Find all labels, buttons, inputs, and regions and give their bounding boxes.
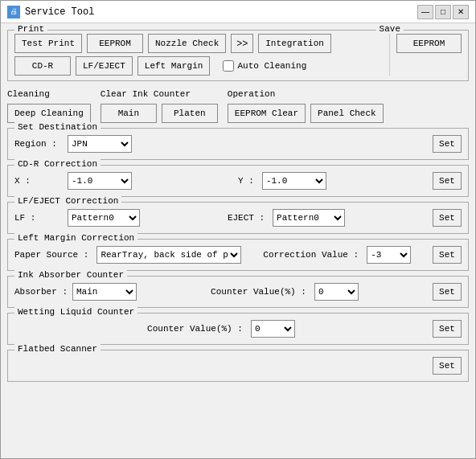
wetting-counter-select[interactable]: 01050100	[251, 320, 295, 338]
main-content: Print Save Test Print EEPROM Nozzle Chec…	[1, 23, 475, 458]
operation-header: Operation	[228, 89, 384, 99]
print-label: Print	[14, 24, 47, 34]
ink-counter-select[interactable]: 01050100	[314, 283, 359, 301]
arrow-button[interactable]: >>	[231, 34, 253, 53]
print-section: Test Print EEPROM Nozzle Check >> Integr…	[14, 34, 383, 76]
close-button[interactable]: ✕	[453, 5, 469, 19]
cdr-set-button[interactable]: Set	[433, 172, 462, 190]
save-label: Save	[376, 24, 404, 34]
wetting-liquid-group: Wetting Liquid Counter Counter Value(%) …	[7, 313, 469, 345]
clear-ink-header: Clear Ink Counter	[101, 89, 218, 99]
ink-counter-label: Counter Value(%) :	[211, 287, 306, 297]
y-select[interactable]: -1.00.01.0	[262, 172, 326, 190]
left-margin-group: Left Margin Correction Paper Source : Re…	[7, 239, 469, 271]
lf-label: LF :	[14, 213, 63, 223]
y-label: Y :	[238, 176, 254, 186]
left-margin-set-button[interactable]: Set	[433, 246, 462, 264]
print-row1: Test Print EEPROM Nozzle Check >> Integr…	[14, 34, 383, 53]
lf-eject-group: LF/EJECT Correction LF : Pattern0Pattern…	[7, 202, 469, 234]
main-clear-button[interactable]: Main	[101, 104, 157, 123]
wetting-liquid-label: Wetting Liquid Counter	[14, 307, 137, 317]
wetting-liquid-row: Counter Value(%) : 01050100 Set	[14, 320, 462, 338]
minimize-button[interactable]: —	[417, 5, 433, 19]
left-margin-row: Paper Source : RearTray, back side of pa…	[14, 246, 462, 264]
paper-source-select[interactable]: RearTray, back side of paperFrontTrayCas…	[96, 246, 241, 264]
lf-eject-row: LF : Pattern0Pattern1Pattern2 EJECT : Pa…	[14, 209, 462, 227]
cd-r-button[interactable]: CD-R	[14, 56, 71, 76]
wetting-set-button[interactable]: Set	[433, 320, 462, 338]
set-destination-label: Set Destination	[14, 122, 101, 132]
platen-clear-button[interactable]: Platen	[162, 104, 218, 123]
set-destination-button[interactable]: Set	[433, 135, 462, 153]
correction-value-select[interactable]: -3-2-101	[367, 246, 411, 264]
flatbed-set-button[interactable]: Set	[433, 357, 462, 375]
eeprom-print-button[interactable]: EEPROM	[87, 34, 143, 53]
flatbed-scanner-label: Flatbed Scanner	[14, 344, 101, 354]
ink-absorber-set-button[interactable]: Set	[433, 283, 462, 301]
window-controls: — □ ✕	[417, 5, 469, 19]
paper-source-label: Paper Source :	[14, 250, 88, 260]
cdr-correction-label: CD-R Correction	[14, 159, 101, 169]
left-margin-button[interactable]: Left Margin	[137, 56, 211, 76]
ink-absorber-group: Ink Absorber Counter Absorber : MainPlat…	[7, 276, 469, 308]
x-select[interactable]: -1.00.01.0	[68, 172, 132, 190]
lf-eject-label: LF/EJECT Correction	[14, 196, 121, 206]
deep-cleaning-button[interactable]: Deep Cleaning	[7, 104, 91, 123]
main-window: 🖨 Service Tool — □ ✕ Print Save Test Pri…	[0, 0, 476, 459]
auto-cleaning-checkbox-row: Auto Cleaning	[223, 60, 306, 72]
window-title: Service Tool	[25, 6, 417, 18]
print-save-group: Print Save Test Print EEPROM Nozzle Chec…	[7, 30, 469, 81]
region-select[interactable]: JPNUSAEUR	[68, 135, 132, 153]
save-section: EEPROM	[389, 34, 462, 76]
set-destination-group: Set Destination Region : JPNUSAEUR Set	[7, 128, 469, 160]
auto-cleaning-checkbox[interactable]	[223, 60, 234, 72]
app-icon: 🖨	[7, 6, 20, 18]
operation-section: Operation EEPROM Clear Panel Check	[228, 89, 384, 123]
nozzle-check-button[interactable]: Nozzle Check	[148, 34, 226, 53]
print-row2: CD-R LF/EJECT Left Margin Auto Cleaning	[14, 56, 383, 76]
ink-absorber-label: Ink Absorber Counter	[14, 270, 127, 280]
maximize-button[interactable]: □	[435, 5, 451, 19]
test-print-button[interactable]: Test Print	[14, 34, 82, 53]
operation-buttons: EEPROM Clear Panel Check	[228, 104, 384, 123]
panel-check-button[interactable]: Panel Check	[310, 104, 384, 123]
eject-select[interactable]: Pattern0Pattern1Pattern2	[273, 209, 345, 227]
absorber-label: Absorber :	[14, 287, 68, 297]
wetting-counter-label: Counter Value(%) :	[147, 324, 243, 334]
x-label: X :	[14, 176, 63, 186]
title-bar: 🖨 Service Tool — □ ✕	[1, 1, 475, 23]
eeprom-save-button[interactable]: EEPROM	[396, 34, 462, 53]
ink-absorber-row: Absorber : MainPlaten Counter Value(%) :…	[14, 283, 462, 301]
flatbed-scanner-group: Flatbed Scanner Set	[7, 350, 469, 382]
cdr-correction-row: X : -1.00.01.0 Y : -1.00.01.0 Set	[14, 172, 462, 190]
lf-select[interactable]: Pattern0Pattern1Pattern2	[68, 209, 140, 227]
clear-ink-buttons: Main Platen	[101, 104, 218, 123]
absorber-select[interactable]: MainPlaten	[72, 283, 137, 301]
clear-ink-section: Clear Ink Counter Main Platen	[101, 89, 218, 123]
cleaning-header: Cleaning	[7, 89, 91, 99]
cleaning-section: Cleaning Deep Cleaning	[7, 89, 91, 123]
eeprom-clear-button[interactable]: EEPROM Clear	[228, 104, 306, 123]
lf-eject-button[interactable]: LF/EJECT	[76, 56, 133, 76]
integration-button[interactable]: Integration	[258, 34, 331, 53]
top-inner: Test Print EEPROM Nozzle Check >> Integr…	[14, 34, 462, 76]
auto-cleaning-label: Auto Cleaning	[237, 61, 306, 71]
left-margin-label: Left Margin Correction	[14, 233, 137, 243]
set-destination-row: Region : JPNUSAEUR Set	[14, 135, 462, 153]
region-label: Region :	[14, 139, 63, 149]
flatbed-scanner-row: Set	[14, 357, 462, 375]
correction-value-label: Correction Value :	[263, 250, 359, 260]
three-sections: Cleaning Deep Cleaning Clear Ink Counter…	[7, 89, 469, 123]
eject-label: EJECT :	[228, 213, 265, 223]
cdr-correction-group: CD-R Correction X : -1.00.01.0 Y : -1.00…	[7, 165, 469, 197]
lf-eject-set-button[interactable]: Set	[433, 209, 462, 227]
